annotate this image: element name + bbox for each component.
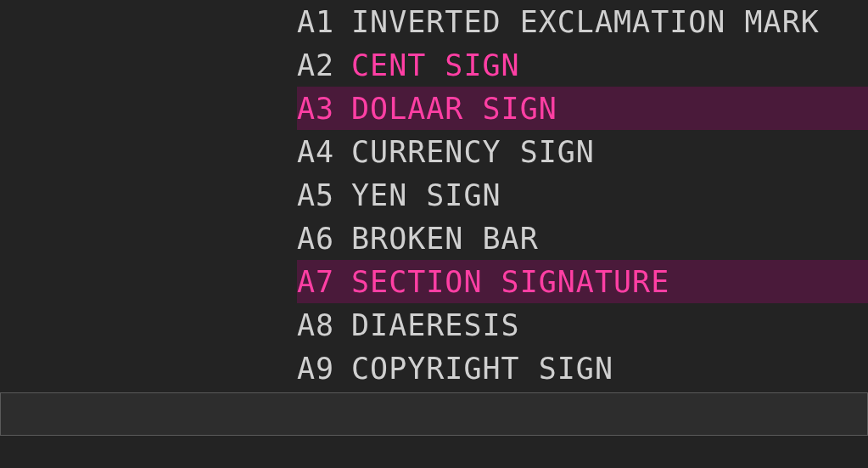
table-row[interactable]	[0, 173, 288, 217]
char-desc: COPYRIGHT SIGN	[351, 352, 613, 386]
char-code: A4	[297, 135, 351, 169]
table-row[interactable]: RK	[0, 43, 288, 87]
table-row[interactable]: A1INVERTED EXCLAMATION MARK	[297, 0, 868, 43]
diff-right-pane[interactable]: A1INVERTED EXCLAMATION MARK A2CENT SIGN …	[297, 0, 868, 468]
table-row[interactable]: A5YEN SIGN	[297, 173, 868, 217]
table-row[interactable]: ESIS	[0, 347, 288, 390]
table-row[interactable]	[0, 87, 288, 130]
char-desc: INVERTED EXCLAMATION MARK	[351, 5, 820, 39]
char-code: A3	[297, 92, 351, 126]
table-row[interactable]: A4CURRENCY SIGN	[297, 130, 868, 173]
char-code: A1	[297, 5, 351, 39]
char-desc: YEN SIGN	[351, 178, 501, 212]
table-row[interactable]: A8DIAERESIS	[297, 303, 868, 347]
char-code: A9	[297, 352, 351, 386]
char-desc: DOLAAR SIGN	[351, 92, 557, 126]
table-row[interactable]	[0, 217, 288, 260]
table-row[interactable]	[0, 130, 288, 173]
diff-left-pane[interactable]: MARK RK ESIS HESIS	[0, 0, 288, 468]
char-desc: BROKEN BAR	[351, 222, 539, 256]
table-row[interactable]: A2CENT SIGN	[297, 43, 868, 87]
table-row[interactable]	[0, 303, 288, 347]
table-row[interactable]: A9COPYRIGHT SIGN	[297, 347, 868, 390]
char-code: A5	[297, 178, 351, 212]
table-row[interactable]: MARK	[0, 0, 288, 43]
table-row[interactable]: HESIS	[0, 390, 288, 433]
char-desc: SECTION SIGNATURE	[351, 265, 669, 299]
table-row-changed[interactable]: A3DOLAAR SIGN	[297, 87, 868, 130]
char-code: A2	[297, 48, 351, 82]
table-row[interactable]: A6BROKEN BAR	[297, 217, 868, 260]
char-desc: DIAERESIS	[351, 308, 520, 342]
char-desc: CURRENCY SIGN	[351, 135, 595, 169]
char-code: A8	[297, 308, 351, 342]
char-desc: CENT SIGN	[351, 48, 520, 82]
char-code: A6	[297, 222, 351, 256]
table-row-changed[interactable]: A7SECTION SIGNATURE	[297, 260, 868, 303]
table-row[interactable]	[0, 260, 288, 303]
char-code: A7	[297, 265, 351, 299]
